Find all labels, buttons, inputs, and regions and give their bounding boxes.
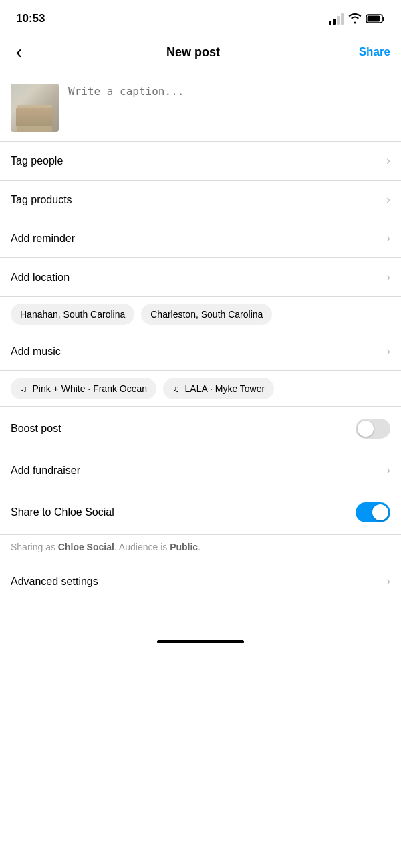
music-chip-lala[interactable]: ♫ LALA · Myke Tower bbox=[163, 378, 274, 399]
home-bar bbox=[157, 640, 244, 643]
location-chip-charleston[interactable]: Charleston, South Carolina bbox=[141, 304, 272, 325]
back-button[interactable]: ‹ bbox=[11, 39, 27, 66]
location-chips: Hanahan, South Carolina Charleston, Sout… bbox=[0, 297, 401, 332]
chevron-right-icon: › bbox=[386, 270, 390, 284]
music-note-icon: ♫ bbox=[20, 383, 27, 394]
chevron-right-icon: › bbox=[386, 463, 390, 477]
status-time: 10:53 bbox=[16, 12, 45, 25]
header: ‹ New post Share bbox=[0, 33, 401, 74]
chevron-right-icon: › bbox=[386, 344, 390, 358]
advanced-settings-label: Advanced settings bbox=[11, 576, 98, 588]
add-music-label: Add music bbox=[11, 346, 61, 358]
share-button[interactable]: Share bbox=[359, 45, 390, 59]
add-fundraiser-row[interactable]: Add fundraiser › bbox=[0, 451, 401, 490]
add-reminder-row[interactable]: Add reminder › bbox=[0, 219, 401, 258]
add-location-label: Add location bbox=[11, 272, 70, 284]
chevron-right-icon: › bbox=[386, 231, 390, 245]
caption-area bbox=[0, 74, 401, 142]
chevron-right-icon: › bbox=[386, 193, 390, 207]
boost-post-label: Boost post bbox=[11, 423, 61, 435]
boost-post-row: Boost post bbox=[0, 407, 401, 451]
tag-people-label: Tag people bbox=[11, 155, 63, 167]
wifi-icon bbox=[348, 13, 362, 24]
post-thumbnail bbox=[11, 84, 59, 132]
signal-icon bbox=[329, 13, 344, 25]
battery-icon bbox=[366, 13, 385, 24]
status-icons bbox=[329, 13, 385, 25]
boost-post-toggle[interactable] bbox=[356, 419, 390, 439]
home-indicator bbox=[0, 628, 401, 650]
svg-rect-1 bbox=[383, 17, 385, 21]
share-to-chloe-row: Share to Chloe Social bbox=[0, 490, 401, 535]
advanced-settings-row[interactable]: Advanced settings › bbox=[0, 562, 401, 601]
add-reminder-label: Add reminder bbox=[11, 233, 75, 245]
status-bar: 10:53 bbox=[0, 0, 401, 33]
music-chip-pink-white[interactable]: ♫ Pink + White · Frank Ocean bbox=[11, 378, 156, 399]
chevron-right-icon: › bbox=[386, 574, 390, 588]
sharing-account: Chloe Social bbox=[58, 542, 114, 552]
sharing-audience: Public bbox=[170, 542, 198, 552]
chevron-right-icon: › bbox=[386, 154, 390, 168]
page-title: New post bbox=[166, 45, 220, 60]
svg-rect-2 bbox=[368, 16, 380, 22]
add-location-row[interactable]: Add location › bbox=[0, 258, 401, 297]
music-chips: ♫ Pink + White · Frank Ocean ♫ LALA · My… bbox=[0, 371, 401, 407]
share-to-chloe-toggle[interactable] bbox=[356, 502, 390, 522]
add-fundraiser-label: Add fundraiser bbox=[11, 465, 80, 477]
share-to-chloe-label: Share to Chloe Social bbox=[11, 506, 114, 518]
tag-people-row[interactable]: Tag people › bbox=[0, 142, 401, 181]
tag-products-row[interactable]: Tag products › bbox=[0, 181, 401, 219]
caption-input[interactable] bbox=[68, 84, 390, 123]
add-music-row[interactable]: Add music › bbox=[0, 332, 401, 371]
location-chip-hanahan[interactable]: Hanahan, South Carolina bbox=[11, 304, 134, 325]
tag-products-label: Tag products bbox=[11, 194, 72, 206]
music-note-icon: ♫ bbox=[172, 383, 180, 394]
sharing-note: Sharing as Chloe Social. Audience is Pub… bbox=[0, 535, 401, 562]
